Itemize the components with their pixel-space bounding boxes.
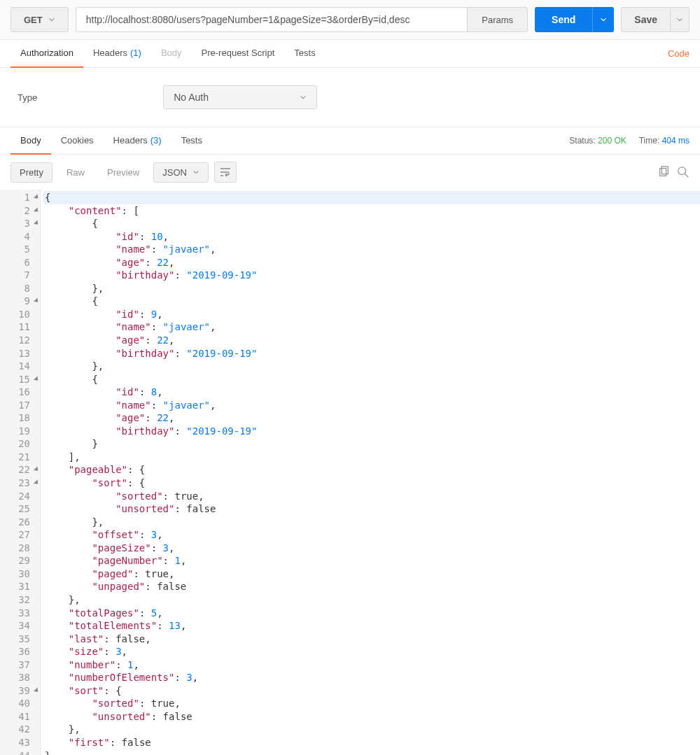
resp-tab-tests[interactable]: Tests [172,127,212,155]
resp-tab-headers[interactable]: Headers(3) [104,127,172,155]
chevron-down-icon [600,15,607,25]
format-select[interactable]: JSON [153,162,209,183]
tab-tests[interactable]: Tests [284,40,325,68]
chevron-down-icon [48,15,55,25]
body-toolbar: Pretty Raw Preview JSON [0,155,700,190]
tab-authorization[interactable]: Authorization [10,40,83,68]
code-link[interactable]: Code [668,48,690,59]
chevron-down-icon [676,15,683,25]
send-dropdown[interactable] [592,7,614,32]
copy-icon[interactable] [657,166,670,178]
resp-tab-body[interactable]: Body [10,127,51,155]
request-bar: GET Params Send Save [0,0,700,40]
preview-button[interactable]: Preview [99,163,148,182]
time-label: Time: [639,136,660,146]
save-dropdown[interactable] [671,7,690,32]
auth-type-label: Type [18,92,37,103]
auth-type-select[interactable]: No Auth [163,85,317,109]
chevron-down-icon [300,92,307,103]
status-label: Status: [569,136,595,146]
raw-button[interactable]: Raw [58,163,93,182]
resp-headers-count: (3) [150,135,162,146]
search-icon[interactable] [677,166,690,178]
wrap-icon [220,167,231,177]
tab-body[interactable]: Body [151,40,192,68]
response-tabs: Body Cookies Headers(3) Tests Status: 20… [0,127,700,155]
line-gutter: 1234567891011121314151617181920212223242… [0,190,41,755]
code-content[interactable]: { "content": [ { "id": 10, "name": "java… [41,190,700,755]
tab-headers[interactable]: Headers(1) [83,40,151,68]
wrap-button[interactable] [214,162,237,183]
http-method-select[interactable]: GET [10,7,69,32]
time-value: 404 ms [662,136,690,146]
resp-tab-cookies[interactable]: Cookies [51,127,104,155]
url-input[interactable] [76,7,468,32]
svg-point-2 [678,167,686,175]
status-value: 200 OK [598,136,626,146]
params-button[interactable]: Params [467,7,528,32]
tab-prerequest[interactable]: Pre-request Script [192,40,285,68]
headers-count: (1) [130,48,141,58]
request-tabs: Authorization Headers(1) Body Pre-reques… [0,40,700,68]
chevron-down-icon [192,167,200,178]
format-label: JSON [162,167,187,178]
save-button[interactable]: Save [621,7,671,32]
pretty-button[interactable]: Pretty [10,162,52,183]
auth-panel: Type No Auth [0,68,700,127]
send-button[interactable]: Send [535,7,592,32]
status-info: Status: 200 OK Time: 404 ms [569,136,690,146]
auth-type-value: No Auth [174,92,209,103]
response-body-viewer[interactable]: 1234567891011121314151617181920212223242… [0,190,700,755]
http-method-label: GET [24,15,43,25]
svg-rect-0 [660,169,666,176]
svg-rect-1 [662,167,668,174]
